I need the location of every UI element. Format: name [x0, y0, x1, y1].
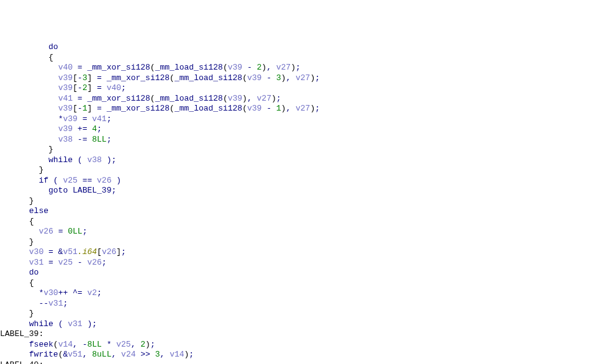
punct: ]	[116, 247, 121, 257]
member: .i64	[78, 247, 97, 257]
punct: ,	[266, 63, 276, 72]
punct: -=	[73, 135, 92, 144]
punct: *	[102, 340, 116, 349]
variable: v25	[63, 176, 77, 185]
punct: }	[29, 196, 34, 206]
number-literal: 0LL	[68, 227, 82, 236]
punct: =	[92, 104, 106, 113]
code-line: }	[0, 196, 590, 207]
punct: ;	[121, 247, 126, 257]
punct: ;	[296, 63, 301, 72]
code-line: {	[0, 278, 590, 289]
punct: ;	[107, 114, 112, 124]
code-line: LABEL_39:	[0, 329, 590, 340]
number-literal: 8LL	[92, 135, 106, 144]
keyword: while	[48, 155, 73, 165]
punct: ;	[97, 124, 102, 134]
punct: =	[92, 83, 106, 93]
punct	[68, 186, 73, 195]
punct: ;	[315, 73, 320, 83]
punct: =	[73, 94, 87, 103]
punct: -	[261, 73, 276, 83]
punct: (	[48, 176, 63, 185]
punct: (	[73, 155, 87, 165]
punct: }	[48, 145, 53, 154]
punct: (	[170, 104, 175, 113]
punct: (	[150, 63, 155, 72]
punct: -	[78, 104, 83, 113]
punct: );	[102, 155, 116, 165]
number-literal: 8uLL	[92, 350, 111, 359]
variable: v39	[247, 73, 261, 83]
punct: =	[53, 227, 68, 236]
keyword: if	[39, 176, 48, 185]
punct: ++ ^=	[58, 288, 88, 298]
code-line: v39 += 4;	[0, 124, 590, 135]
punct: , -	[73, 340, 87, 349]
punct: -	[78, 83, 83, 93]
code-line: do	[0, 42, 590, 53]
function-call: fwrite	[29, 350, 58, 359]
punct: [	[73, 104, 78, 113]
punct: -	[78, 73, 83, 83]
variable: v51	[63, 247, 77, 257]
code-line: v31 = v25 - v26;	[0, 258, 590, 268]
variable: v30	[43, 288, 58, 298]
punct: )	[271, 94, 276, 103]
code-line: }	[0, 237, 590, 248]
keyword: do	[29, 268, 39, 277]
number-literal: 1	[276, 104, 281, 113]
variable: v26	[87, 258, 101, 267]
variable: v39	[58, 124, 73, 134]
variable: v30	[29, 247, 43, 257]
code-line: {	[0, 217, 590, 227]
punct: (	[170, 73, 175, 83]
punct: ;	[315, 104, 320, 113]
code-line: if ( v25 == v26 )	[0, 176, 590, 186]
variable: v41	[58, 94, 73, 103]
punct: {	[29, 217, 34, 226]
variable: v38	[58, 135, 73, 144]
variable: v25	[116, 340, 130, 349]
code-line: v30 = &v51.i64[v26];	[0, 247, 590, 258]
code-line: v26 = 0LL;	[0, 227, 590, 237]
code-line: }	[0, 309, 590, 319]
punct: = &	[43, 247, 63, 257]
code-line: --v31;	[0, 299, 590, 309]
punct: }	[39, 165, 43, 175]
code-block: do { v40 = _mm_xor_si128(_mm_load_si128(…	[0, 42, 590, 364]
punct: )	[261, 63, 266, 72]
variable: v14	[58, 340, 73, 349]
variable: v39	[58, 83, 73, 93]
variable: v27	[276, 63, 291, 72]
code-line: }	[0, 145, 590, 155]
variable: v24	[121, 350, 135, 359]
punct: (	[242, 73, 247, 83]
code-line: fwrite(&v51, 8uLL, v24 >> 3, v14);	[0, 350, 590, 360]
keyword: do	[48, 42, 58, 52]
punct: ;	[111, 186, 116, 195]
punct: ,	[111, 350, 121, 359]
code-line: v39[-3] = _mm_xor_si128(_mm_load_si128(v…	[0, 73, 590, 84]
variable: v39	[58, 73, 73, 83]
punct: ;	[107, 135, 112, 144]
number-literal: 8LL	[87, 340, 101, 349]
code-line: do	[0, 268, 590, 278]
punct: }	[29, 237, 34, 247]
function-call: _mm_load_si128	[175, 104, 242, 113]
punct: -	[261, 104, 276, 113]
number-literal: 3	[155, 350, 160, 359]
number-literal: 4	[92, 124, 97, 134]
code-line: {	[0, 53, 590, 63]
number-literal: 2	[140, 340, 145, 349]
function-call: _mm_xor_si128	[87, 63, 150, 72]
variable: v39	[58, 104, 73, 113]
code-line: v40 = _mm_xor_si128(_mm_load_si128(v39 -…	[0, 63, 590, 73]
punct: ;	[150, 340, 155, 349]
punct: [	[73, 73, 78, 83]
punct: =	[43, 258, 58, 267]
code-line: else	[0, 206, 590, 217]
variable: v27	[257, 94, 271, 103]
code-line: v39[-2] = v40;	[0, 83, 590, 94]
code-line: LABEL_40:	[0, 360, 590, 365]
